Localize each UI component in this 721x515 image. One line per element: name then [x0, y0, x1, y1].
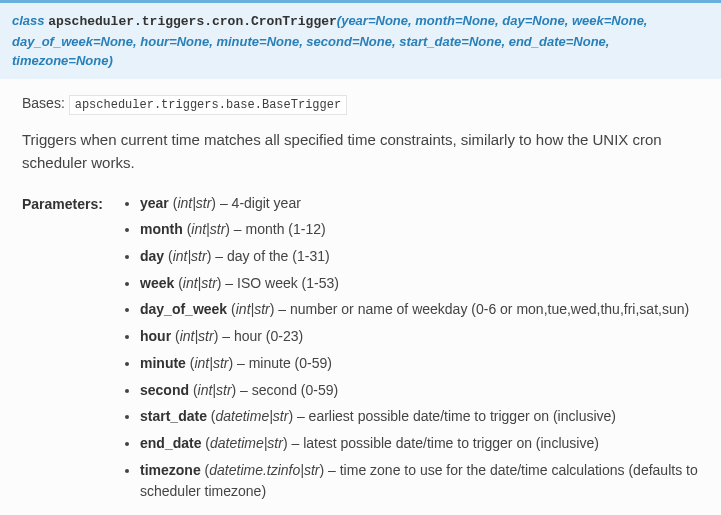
- bases-line: Bases: apscheduler.triggers.base.BaseTri…: [22, 93, 699, 115]
- class-description: Triggers when current time matches all s…: [22, 128, 699, 175]
- param-name: end_date: [140, 435, 201, 451]
- class-body: Bases: apscheduler.triggers.base.BaseTri…: [0, 79, 721, 516]
- param-name: second: [140, 382, 189, 398]
- parameter-item: day_of_week (int|str) – number or name o…: [140, 299, 699, 321]
- parameter-item: minute (int|str) – minute (0-59): [140, 353, 699, 375]
- parameter-item: year (int|str) – 4-digit year: [140, 193, 699, 215]
- param-type: int|str: [183, 275, 217, 291]
- parameters-label: Parameters:: [22, 193, 104, 216]
- param-desc: 4-digit year: [232, 195, 301, 211]
- param-name: minute: [140, 355, 186, 371]
- param-type: int|str: [198, 382, 232, 398]
- param-desc: hour (0-23): [234, 328, 303, 344]
- param-desc: latest possible date/time to trigger on …: [303, 435, 599, 451]
- param-name: month: [140, 221, 183, 237]
- param-type: datetime.tzinfo|str: [209, 462, 319, 478]
- parameter-item: day (int|str) – day of the (1-31): [140, 246, 699, 268]
- param-desc: second (0-59): [252, 382, 338, 398]
- param-desc: minute (0-59): [249, 355, 332, 371]
- class-signature-header: class apscheduler.triggers.cron.CronTrig…: [0, 0, 721, 79]
- param-desc: earliest possible date/time to trigger o…: [309, 408, 616, 424]
- param-name: start_date: [140, 408, 207, 424]
- param-name: week: [140, 275, 174, 291]
- param-name: hour: [140, 328, 171, 344]
- parameter-item: hour (int|str) – hour (0-23): [140, 326, 699, 348]
- parameter-item: start_date (datetime|str) – earliest pos…: [140, 406, 699, 428]
- param-desc: month (1-12): [246, 221, 326, 237]
- param-desc: day of the (1-31): [227, 248, 330, 264]
- parameters-list: year (int|str) – 4-digit yearmonth (int|…: [122, 193, 699, 508]
- param-type: int|str: [173, 248, 207, 264]
- param-type: int|str: [194, 355, 228, 371]
- parameters-section: Parameters: year (int|str) – 4-digit yea…: [22, 193, 699, 508]
- parameter-item: timezone (datetime.tzinfo|str) – time zo…: [140, 460, 699, 503]
- parameter-item: month (int|str) – month (1-12): [140, 219, 699, 241]
- param-desc: number or name of weekday (0-6 or mon,tu…: [290, 301, 689, 317]
- param-type: datetime|str: [215, 408, 288, 424]
- param-name: day_of_week: [140, 301, 227, 317]
- class-qualname: apscheduler.triggers.cron.CronTrigger: [48, 14, 337, 29]
- param-desc: ISO week (1-53): [237, 275, 339, 291]
- param-name: timezone: [140, 462, 201, 478]
- param-type: int|str: [177, 195, 211, 211]
- parameter-item: end_date (datetime|str) – latest possibl…: [140, 433, 699, 455]
- bases-value: apscheduler.triggers.base.BaseTrigger: [69, 95, 347, 115]
- bases-label: Bases:: [22, 95, 65, 111]
- param-type: datetime|str: [210, 435, 283, 451]
- param-name: year: [140, 195, 169, 211]
- param-name: day: [140, 248, 164, 264]
- parameter-item: second (int|str) – second (0-59): [140, 380, 699, 402]
- param-type: int|str: [191, 221, 225, 237]
- class-keyword: class: [12, 13, 45, 28]
- param-type: int|str: [236, 301, 270, 317]
- param-type: int|str: [180, 328, 214, 344]
- parameter-item: week (int|str) – ISO week (1-53): [140, 273, 699, 295]
